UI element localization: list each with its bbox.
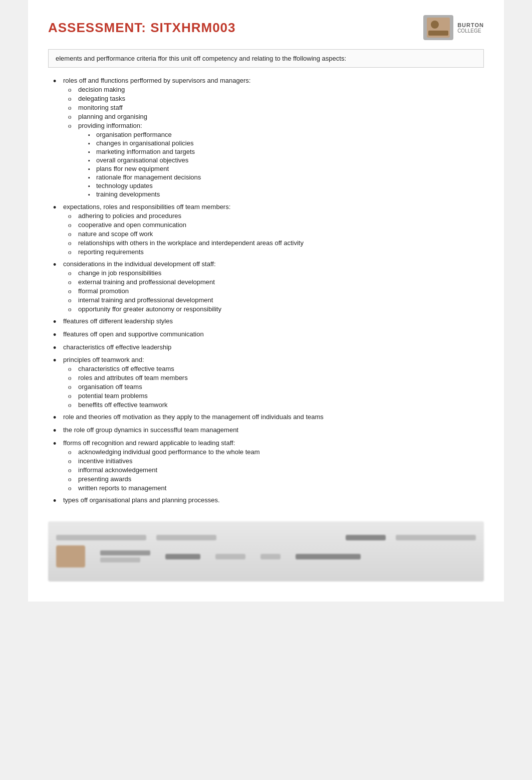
footer-logo-blob: [56, 545, 85, 567]
list-item-text: the role off group dynamics in successff…: [63, 426, 238, 434]
sub-item-text: characteristics off effective teams: [78, 365, 174, 372]
o-bullet-icon: o: [68, 448, 75, 456]
o-bullet-icon: o: [68, 383, 75, 391]
list-item: ▪changes in organisational policies: [88, 139, 201, 147]
sub-item-text: delegating tasks: [78, 95, 125, 102]
footer-blurred: [48, 521, 484, 581]
sub-item-text: external training and proffessional deve…: [78, 278, 215, 286]
sq-bullet-icon: ▪: [88, 140, 93, 146]
sub-item-text: cooperative and open communication: [78, 221, 186, 229]
list-item: oorganisation off teams: [68, 383, 479, 391]
list-item-text: principles off teamwork and:: [63, 356, 144, 363]
list-item-text: types off organisational plans and plann…: [63, 496, 220, 504]
sq-item-text: training developments: [96, 190, 160, 198]
list-item: • principles off teamwork and: ocharacte…: [53, 356, 479, 410]
o-bullet-icon: o: [68, 269, 75, 277]
list-item: oroles and attributes off team members: [68, 374, 479, 382]
list-item: oreporting requirements: [68, 248, 479, 256]
list-item: • ffeatures off different leadership sty…: [53, 317, 479, 327]
list-item: ▪overall organisational objectives: [88, 156, 201, 164]
list-item: odecision making: [68, 86, 479, 94]
sub-item-text: incentive initiatives: [78, 457, 132, 465]
o-bullet-icon: o: [68, 457, 75, 465]
list-item: onature and scope off work: [68, 230, 479, 238]
sub-item-text: acknowledging individual good perfforman…: [78, 448, 260, 456]
page: ASSESSMENT: SITXHRM003 BURTON COLLEGE el…: [28, 0, 504, 602]
sq-item-text: changes in organisational policies: [96, 139, 193, 147]
bullet-icon: •: [53, 356, 59, 366]
list-item: obeneffits off effective teamwork: [68, 401, 479, 409]
sub-list-o: odecision making odelegating tasks omoni…: [68, 86, 479, 199]
sq-bullet-icon: ▪: [88, 183, 93, 189]
intro-text: elements and perfformance criteria ffor …: [56, 55, 346, 62]
list-item: oacknowledging individual good perfforma…: [68, 448, 479, 456]
sub-item-text: fformal promotion: [78, 287, 129, 295]
list-item: ocharacteristics off effective teams: [68, 365, 479, 373]
list-item: • role and theories off motivation as th…: [53, 413, 479, 423]
list-item: omonitoring staff: [68, 104, 479, 112]
list-item-content: fforms off recognition and reward applic…: [63, 439, 479, 493]
o-bullet-icon: o: [68, 248, 75, 256]
sub-item-text: change in job responsibilities: [78, 269, 161, 277]
list-item: • ffeatures off open and supportive comm…: [53, 330, 479, 340]
list-item-content: role and theories off motivation as they…: [63, 413, 479, 421]
o-bullet-icon: o: [68, 239, 75, 247]
list-item-text: role and theories off motivation as they…: [63, 413, 324, 421]
o-bullet-icon: o: [68, 104, 75, 112]
sub-list-o: oacknowledging individual good perfforma…: [68, 448, 479, 492]
list-item: ▪technology updates: [88, 182, 201, 189]
list-item: opresenting awards: [68, 475, 479, 483]
list-item: orelationships with others in the workpl…: [68, 239, 479, 247]
o-bullet-icon: o: [68, 278, 75, 286]
list-item: o providing infformation: ▪organisation …: [68, 122, 479, 199]
list-item-content: roles off and ffunctions perfformed by s…: [63, 77, 479, 200]
list-item: • characteristics off effective leadersh…: [53, 343, 479, 353]
o-bullet-icon: o: [68, 305, 75, 313]
footer-text-group: [100, 550, 150, 562]
o-bullet-icon: o: [68, 113, 75, 121]
sub-item-text: opportunity ffor greater autonomy or res…: [78, 305, 221, 313]
sub-item-text: planning and organising: [78, 113, 147, 120]
o-bullet-icon: o: [68, 86, 75, 94]
sub-item-text: infformal acknowledgement: [78, 466, 157, 474]
list-item-text: ffeatures off open and supportive commun…: [63, 330, 204, 338]
list-item-text: characteristics off effective leadership: [63, 343, 171, 351]
list-item-text: roles off and ffunctions perfformed by s…: [63, 77, 250, 84]
o-bullet-icon: o: [68, 374, 75, 382]
logo-line2: COLLEGE: [457, 28, 481, 34]
page-header: ASSESSMENT: SITXHRM003 BURTON COLLEGE: [48, 15, 484, 40]
svg-rect-2: [428, 31, 448, 36]
bullet-icon: •: [53, 496, 59, 506]
list-item: ▪organisation perfformance: [88, 131, 201, 138]
sq-item-text: rationale ffor management decisions: [96, 173, 201, 181]
sq-item-text: organisation perfformance: [96, 131, 172, 138]
sub-item-text: monitoring staff: [78, 104, 123, 111]
sub-item-text: beneffits off effective teamwork: [78, 401, 168, 409]
o-bullet-icon: o: [68, 296, 75, 304]
list-item-content: ffeatures off open and supportive commun…: [63, 330, 479, 338]
main-list: • roles off and ffunctions perfformed by…: [53, 77, 479, 506]
list-item: ocooperative and open communication: [68, 221, 479, 229]
o-bullet-icon: o: [68, 475, 75, 483]
list-item: oplanning and organising: [68, 113, 479, 121]
sub-item-text: potential team problems: [78, 392, 148, 400]
sub-item-text: organisation off teams: [78, 383, 142, 391]
o-bullet-icon: o: [68, 122, 75, 130]
list-item: • the role off group dynamics in success…: [53, 426, 479, 436]
list-item: • roles off and ffunctions perfformed by…: [53, 77, 479, 200]
sub-item-text: decision making: [78, 86, 125, 93]
list-item-content: considerations in the individual develop…: [63, 260, 479, 314]
list-item-content: the role off group dynamics in successff…: [63, 426, 479, 434]
o-bullet-icon: o: [68, 212, 75, 220]
bullet-icon: •: [53, 413, 59, 423]
list-item-content: types off organisational plans and plann…: [63, 496, 479, 504]
list-item: ▪marketing infformation and targets: [88, 148, 201, 155]
footer-text-blob: [396, 535, 476, 540]
list-item: ochange in job responsibilities: [68, 269, 479, 277]
sub-item-text: written reports to management: [78, 484, 166, 492]
o-bullet-icon: o: [68, 287, 75, 295]
logo-text: BURTON COLLEGE: [457, 22, 484, 34]
sq-bullet-icon: ▪: [88, 191, 93, 198]
logo-svg: [426, 17, 451, 39]
sub-list-sq: ▪organisation perfformance ▪changes in o…: [88, 131, 201, 198]
